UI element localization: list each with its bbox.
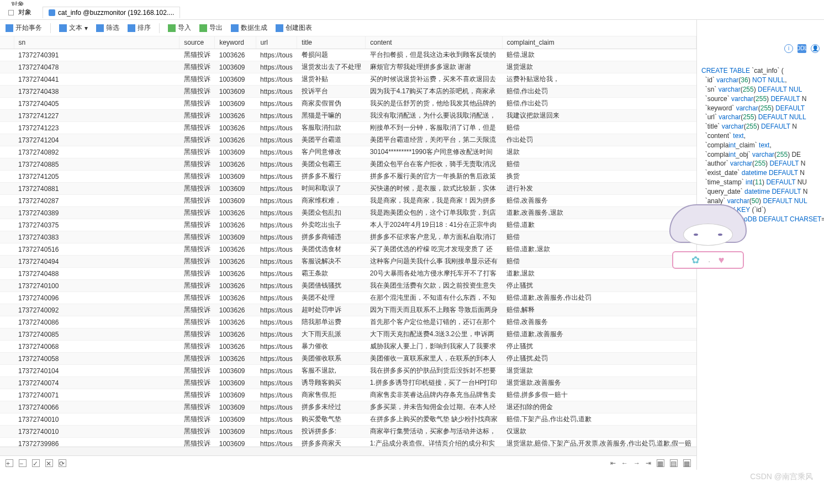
table-row[interactable]: 17372740892黑猫投诉1003609https://tous客户同意修改… bbox=[0, 146, 696, 158]
play-icon bbox=[6, 24, 13, 32]
gen-icon bbox=[231, 24, 239, 32]
begin-transaction-button[interactable]: 开始事务 bbox=[6, 23, 42, 33]
data-gen-button[interactable]: 数据生成 bbox=[231, 23, 267, 33]
import-icon bbox=[168, 24, 176, 32]
table-row[interactable]: 17372740068黑猫投诉1003626https://tous暴力催收威胁… bbox=[0, 341, 696, 353]
table-row[interactable]: 17372740092黑猫投诉1003626https://tous超时处罚申诉… bbox=[0, 304, 696, 316]
table-row[interactable]: 17372741223黑猫投诉1003626https://tous客服取消扣款… bbox=[0, 122, 696, 134]
ddl-text: CREATE TABLE `cat_info` ( `id` varchar(3… bbox=[701, 66, 820, 224]
apply-icon[interactable]: ✓ bbox=[32, 459, 40, 467]
table-row[interactable]: 17372740058黑猫投诉1003626https://tous美团催收联系… bbox=[0, 353, 696, 365]
text-icon bbox=[59, 24, 67, 32]
data-grid[interactable]: sn source keyword url title content comp… bbox=[0, 36, 696, 447]
add-row-icon[interactable]: + bbox=[6, 459, 13, 467]
table-row[interactable]: 17372740383黑猫投诉1003609https://tous拼多多商铺违… bbox=[0, 231, 696, 243]
col-keyword[interactable]: keyword bbox=[215, 36, 256, 49]
toolbar: 开始事务 文本▾ 筛选 排序 导入 导出 数据生成 创建图表 bbox=[0, 20, 696, 36]
table-row[interactable]: 17372740086黑猫投诉1003626https://tous陪我那单运费… bbox=[0, 316, 696, 328]
table-row[interactable]: 17372740375黑猫投诉1003626https://tous外卖吃出虫子… bbox=[0, 219, 696, 231]
col-title[interactable]: title bbox=[297, 36, 366, 49]
col-sn[interactable]: sn bbox=[14, 36, 179, 49]
chevron-down-icon: ▾ bbox=[84, 24, 88, 32]
tab-bar: 对象 cat_info @buzzmonitor (192.168.102...… bbox=[0, 6, 824, 20]
object-box-icon[interactable] bbox=[8, 10, 14, 15]
orientation-label[interactable]: 对象 bbox=[18, 8, 31, 17]
table-row[interactable]: 17372740391黑猫投诉1003626https://tous餐损问题平台… bbox=[0, 49, 696, 61]
form-view-icon[interactable]: ▤ bbox=[670, 459, 678, 467]
col-url[interactable]: url bbox=[256, 36, 297, 49]
header-row: sn source keyword url title content comp… bbox=[0, 36, 696, 49]
table-row[interactable]: 17372740085黑猫投诉1003626https://tous大下雨天乱派… bbox=[0, 328, 696, 341]
table-icon bbox=[49, 9, 55, 16]
refresh-icon[interactable]: ⟳ bbox=[59, 459, 66, 467]
col-content[interactable]: content bbox=[366, 36, 502, 49]
table-row[interactable]: 17372740478黑猫投诉1003609https://tous退货发出去了… bbox=[0, 61, 696, 73]
grid-view-icon[interactable]: ▦ bbox=[657, 459, 664, 467]
table-row[interactable]: 17372740494黑猫投诉1003626https://tous客服说解决不… bbox=[0, 256, 696, 268]
filter-button[interactable]: 筛选 bbox=[96, 23, 119, 33]
table-row[interactable]: 17372741205黑猫投诉1003609https://tous拼多多不履行… bbox=[0, 171, 696, 183]
table-row[interactable]: 17372740389黑猫投诉1003626https://tous美团众包乱扣… bbox=[0, 207, 696, 219]
sort-button[interactable]: 排序 bbox=[128, 23, 151, 33]
ddl-panel: i DDL 👤 CREATE TABLE `cat_info` ( `id` v… bbox=[697, 20, 824, 470]
table-row[interactable]: 17372740441黑猫投诉1003609https://tous退货补贴买的… bbox=[0, 73, 696, 86]
ddl-icon[interactable]: DDL bbox=[797, 44, 806, 53]
table-row[interactable]: 17372740104黑猫投诉1003609https://tous客服不退款,… bbox=[0, 365, 696, 377]
table-row[interactable]: 17372740066黑猫投诉1003609https://tous拼多多未经过… bbox=[0, 401, 696, 413]
user-icon[interactable]: 👤 bbox=[811, 44, 820, 53]
watermark: CSDN @南宫乘风 bbox=[750, 472, 813, 482]
top-menu: 对象 bbox=[0, 0, 824, 6]
tab-label: cat_info @buzzmonitor (192.168.102.... bbox=[58, 9, 174, 17]
status-bar: + − ✓ ✕ ⟳ ⇤ ← → ⇥ ▦ ▤ ▦ bbox=[0, 455, 696, 470]
table-row[interactable]: 17372740438黑猫投诉1003609https://tous投诉平台因为… bbox=[0, 86, 696, 98]
horizontal-scrollbar[interactable] bbox=[0, 447, 696, 455]
table-row[interactable]: 17372740488黑猫投诉1003626https://tous霸王条款20… bbox=[0, 268, 696, 280]
table-row[interactable]: 17372741204黑猫投诉1003626https://tous美团平台霸道… bbox=[0, 134, 696, 146]
delete-row-icon[interactable]: − bbox=[19, 459, 27, 467]
export-button[interactable]: 导出 bbox=[199, 23, 223, 33]
sort-icon bbox=[128, 24, 135, 32]
text-button[interactable]: 文本▾ bbox=[59, 23, 88, 33]
filter-icon bbox=[96, 24, 104, 32]
table-row[interactable]: 17372741227黑猫投诉1003626https://tous黑猫是干嘛的… bbox=[0, 110, 696, 122]
info-icon[interactable]: i bbox=[784, 44, 793, 53]
table-row[interactable]: 17372740074黑猫投诉1003609https://tous诱导顾客购买… bbox=[0, 377, 696, 389]
table-row[interactable]: 17372740096黑猫投诉1003626https://tous美团不处理在… bbox=[0, 292, 696, 304]
nav-prev-icon[interactable]: ← bbox=[621, 459, 628, 467]
table-row[interactable]: 17372740516黑猫投诉1003626https://tous美团优选食材… bbox=[0, 243, 696, 256]
nav-next-icon[interactable]: → bbox=[633, 459, 640, 467]
chart-icon bbox=[276, 24, 283, 32]
export-icon bbox=[199, 24, 207, 32]
table-row[interactable]: 17372740885黑猫投诉1003626https://tous美团众包霸王… bbox=[0, 158, 696, 171]
table-row[interactable]: 17372740287黑猫投诉1003609https://tous商家维权难，… bbox=[0, 195, 696, 207]
import-button[interactable]: 导入 bbox=[168, 23, 191, 33]
table-row[interactable]: 17372740881黑猫投诉1003609https://tous时间和取误了… bbox=[0, 183, 696, 195]
menu-object[interactable]: 对象 bbox=[11, 0, 24, 6]
table-row[interactable]: 17372740100黑猫投诉1003626https://tous美团借钱骚扰… bbox=[0, 280, 696, 292]
col-source[interactable]: source bbox=[179, 36, 215, 49]
table-row[interactable]: 17372740071黑猫投诉1003609https://tous商家售假,拒… bbox=[0, 389, 696, 401]
settings-icon[interactable]: ▦ bbox=[683, 459, 691, 467]
cancel-icon[interactable]: ✕ bbox=[45, 459, 53, 467]
create-chart-button[interactable]: 创建图表 bbox=[276, 23, 312, 33]
col-claim[interactable]: complaint_claim bbox=[502, 36, 696, 49]
nav-last-icon[interactable]: ⇥ bbox=[646, 459, 651, 467]
nav-first-icon[interactable]: ⇤ bbox=[610, 459, 616, 467]
table-row[interactable]: 17372739986黑猫投诉1003609https://tous拼多多商家天… bbox=[0, 438, 696, 447]
table-row[interactable]: 17372740010黑猫投诉1003609https://tous购买爱敬气垫… bbox=[0, 413, 696, 426]
table-row[interactable]: 17372740405黑猫投诉1003609https://tous商家卖假冒伪… bbox=[0, 98, 696, 110]
table-row[interactable]: 17372740010黑猫投诉1003609https://tous投诉拼多多:… bbox=[0, 426, 696, 438]
tab-cat-info[interactable]: cat_info @buzzmonitor (192.168.102.... bbox=[43, 7, 180, 18]
